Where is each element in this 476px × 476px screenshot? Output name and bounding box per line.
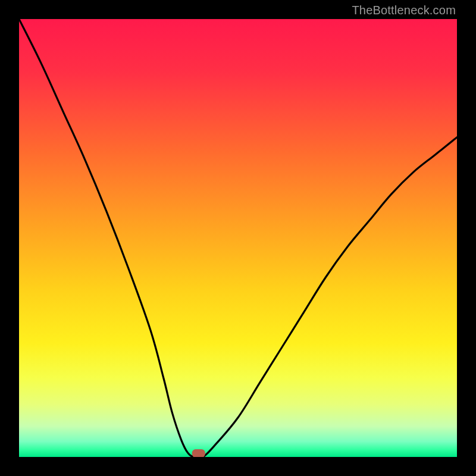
watermark-text: TheBottleneck.com xyxy=(352,4,456,17)
black-frame xyxy=(0,0,476,476)
